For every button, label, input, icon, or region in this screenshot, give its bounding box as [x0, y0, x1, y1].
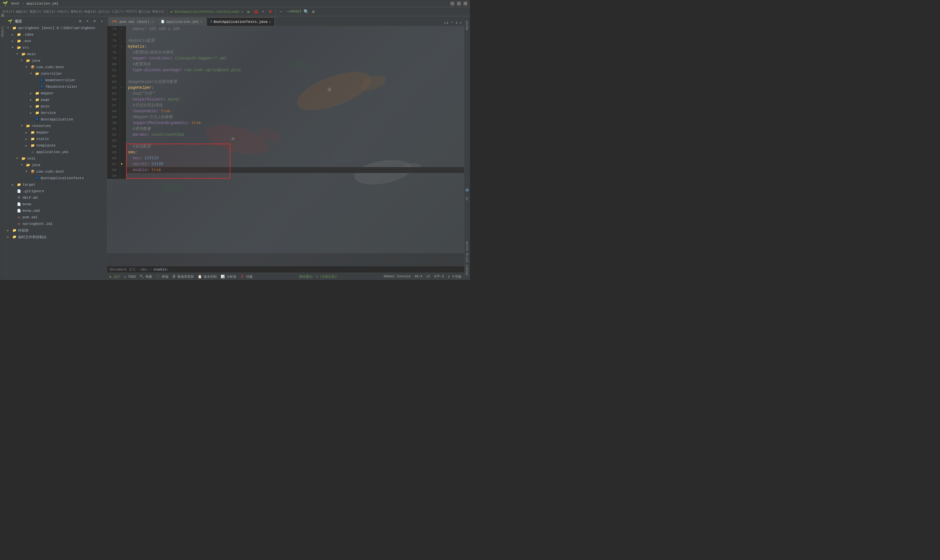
toolbar-menu-code[interactable]: 代码(C) [57, 9, 69, 14]
editor-content[interactable]: 74▾ #deny: 192.168.1.1007576#mybatis配置77… [107, 26, 464, 266]
tree-item-25[interactable]: 📄.gitignore [6, 188, 107, 194]
line-content[interactable]: supportMethodsArguments: true [126, 120, 464, 126]
tab-yml-close[interactable]: ✕ [200, 20, 202, 24]
line-content[interactable]: type-aliases-package: com.csdn.springboo… [126, 67, 464, 73]
toolbar-menu-build[interactable]: 构建(B) [84, 9, 97, 14]
tree-item-14[interactable]: CBootApplication [6, 116, 107, 123]
jrebel-setup-tab[interactable]: JRebel Setup Guide [465, 238, 470, 279]
back-button[interactable]: ← [278, 9, 284, 15]
status-profiler[interactable]: 📊 分析器 [221, 274, 236, 279]
toolbar-menu-run[interactable]: 运行(U) [98, 9, 110, 14]
tree-item-6[interactable]: ▼📦com.csdn.boot [6, 64, 107, 71]
tree-item-24[interactable]: ▶📁target [6, 182, 107, 188]
jrebel-icon[interactable]: JRebel [292, 9, 298, 15]
run-button[interactable]: ▶ [246, 9, 252, 15]
toolbar-menu-nav[interactable]: 导航(N) [43, 9, 55, 14]
sidebar-close-icon[interactable]: ✕ [99, 18, 105, 24]
status-run[interactable]: ▶ 运行 [110, 274, 120, 279]
debug-button[interactable]: 🐞 [253, 9, 259, 15]
tree-item-13[interactable]: ▶📁Service [6, 110, 107, 116]
line-content[interactable]: enable: true [126, 167, 464, 173]
sidebar-sort-icon[interactable]: ≡ [85, 18, 91, 24]
tree-item-29[interactable]: ⊞pom.xml [6, 214, 107, 221]
title-bar-controls[interactable]: ─ □ ✕ [451, 2, 468, 6]
line-content[interactable] [126, 138, 464, 144]
tree-item-32[interactable]: ▶📁临时文件和控制台 [6, 234, 107, 240]
tab-pom[interactable]: XML pom.xml (boot) ✕ [108, 17, 157, 26]
line-content[interactable]: #mybatis配置 [126, 38, 464, 44]
line-content[interactable]: #sql"方言" [126, 91, 464, 97]
status-problems[interactable]: ❗ 问题 [240, 274, 252, 279]
line-content[interactable]: sms: [126, 149, 464, 155]
line-content[interactable] [126, 173, 464, 179]
toolbar-menu-file[interactable]: 文件(F) [2, 9, 14, 14]
tree-item-27[interactable]: 📄mvnw [6, 201, 107, 208]
tree-item-8[interactable]: CHomeController [6, 77, 107, 83]
line-gutter[interactable]: ▾ [120, 44, 126, 49]
tree-item-2[interactable]: ▶📁.mvn [6, 38, 107, 45]
line-content[interactable]: helperDialect: mysql [126, 97, 464, 103]
line-content[interactable]: mybatis: [126, 44, 464, 49]
stop-button[interactable]: ■ [267, 9, 273, 15]
status-dbupdate[interactable]: 🗄 数据库更新 [172, 274, 194, 279]
tree-item-7[interactable]: ▼📂controller [6, 71, 107, 77]
tree-item-18[interactable]: ▶📁templates [6, 142, 107, 149]
line-gutter[interactable]: ▾ [120, 85, 126, 91]
jrebel-console-label[interactable]: JRebel Console [383, 275, 411, 278]
line-gutter[interactable]: ▾ [120, 26, 126, 32]
line-content[interactable]: #开启分页合理化 [126, 103, 464, 108]
left-tab-jrebel[interactable]: JRebel [0, 23, 5, 41]
sidebar-settings-icon[interactable]: ⚙ [92, 18, 98, 24]
line-content[interactable]: key: 123123 [126, 155, 464, 161]
tree-item-26[interactable]: MHELP.md [6, 194, 107, 201]
line-content[interactable]: #短信配置 [126, 144, 464, 149]
tree-item-17[interactable]: ▶📁static [6, 136, 107, 142]
toolbar-menu-help[interactable]: 帮助(H) [152, 9, 165, 14]
close-button[interactable]: ✕ [463, 2, 468, 6]
maven-panel-tab[interactable]: Maven [465, 18, 470, 32]
tree-item-28[interactable]: 📄mvnw.cmd [6, 208, 107, 214]
tree-item-10[interactable]: ▶📁mapper [6, 90, 107, 97]
status-vcs[interactable]: 📋 版本控制 [198, 274, 217, 279]
line-content[interactable]: #配置SQL映射文件路径 [126, 49, 464, 55]
line-content[interactable]: secret: 54199 [126, 161, 464, 167]
sidebar-layout-icon[interactable]: ⊞ [77, 18, 83, 24]
tree-item-4[interactable]: ▼📂main [6, 51, 107, 57]
toolbar-menu-edit[interactable]: 编辑(E) [16, 9, 28, 14]
tree-item-20[interactable]: ▼📂test [6, 155, 107, 162]
tab-pom-close[interactable]: ✕ [151, 20, 153, 24]
toolbar-menu-tools[interactable]: 工具(T) [112, 9, 124, 14]
run-config-selector[interactable]: ▶ BootApplicationTests.contextLoads ▾ [169, 9, 245, 15]
toolbar-menu-refactor[interactable]: 重构(R) [71, 9, 83, 14]
tree-item-21[interactable]: ▼📂java [6, 162, 107, 168]
ai-assistant-tab[interactable]: AI 辅助 [465, 192, 470, 203]
tree-item-15[interactable]: ▼📂resources [6, 123, 107, 129]
tree-item-1[interactable]: ▶📁.idea [6, 31, 107, 38]
toolbar-menu-view[interactable]: 视图(V) [29, 9, 42, 14]
line-content[interactable] [126, 73, 464, 79]
tree-item-30[interactable]: ⊞springboot.iml [6, 221, 107, 227]
search-everywhere-button[interactable]: 🔍 [303, 9, 309, 15]
tree-item-16[interactable]: ▶📁mapper [6, 129, 107, 136]
line-content[interactable]: pagehelper: [126, 85, 464, 91]
line-content[interactable]: #mapper方法上的参数 [126, 114, 464, 120]
line-content[interactable]: #查询数量 [126, 126, 464, 132]
line-gutter[interactable]: ● [120, 161, 126, 167]
status-todo[interactable]: ☑ TODO [124, 275, 136, 279]
line-content[interactable]: reasonable: true [126, 108, 464, 114]
line-content[interactable]: params: count=countSql [126, 132, 464, 138]
line-content[interactable]: #deny: 192.168.1.100 [126, 26, 464, 32]
line-content[interactable]: #配置别名 [126, 62, 464, 67]
gutter-settings-icon[interactable]: ⌃ [449, 20, 455, 26]
line-content[interactable]: mapper-locations: classpath:mapper/*.xml [126, 55, 464, 62]
tree-item-22[interactable]: ▼📦com.csdn.boot [6, 168, 107, 175]
toolbar-menu-vcs[interactable]: VCS(S) [125, 10, 137, 13]
maximize-button[interactable]: □ [457, 2, 461, 6]
tree-item-3[interactable]: ▼📂src [6, 45, 107, 51]
status-build[interactable]: 🔨 构建 [140, 274, 152, 279]
coverage-button[interactable]: ⚡ [260, 9, 266, 15]
tree-item-5[interactable]: ▼📂java [6, 57, 107, 64]
tree-item-9[interactable]: CTBookController [6, 83, 107, 90]
tree-item-31[interactable]: ▶📁外部库 [6, 227, 107, 234]
tree-item-12[interactable]: ▶📁pojo [6, 103, 107, 110]
